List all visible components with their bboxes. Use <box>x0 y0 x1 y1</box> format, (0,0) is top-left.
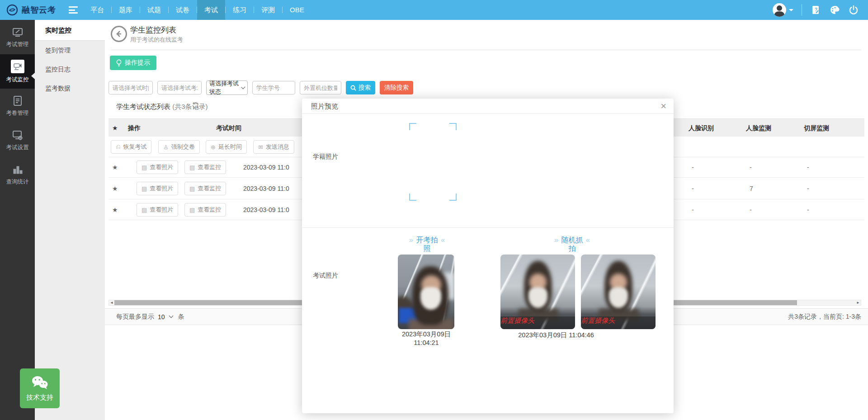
back-button[interactable] <box>111 26 127 42</box>
extend-time-button[interactable]: ⊕延长时间 <box>206 140 247 154</box>
resume-exam-button[interactable]: ⎌恢复考试 <box>111 140 151 154</box>
sidebar-item-exam-management[interactable]: 考试管理 <box>0 20 35 54</box>
per-page-select[interactable]: 10 <box>158 313 173 321</box>
view-monitor-button[interactable]: ▤查看监控 <box>184 203 226 217</box>
sidebar-item-exam-monitoring[interactable]: 考试监控 <box>0 54 35 89</box>
nav-item-evaluation[interactable]: 评测 <box>254 0 282 20</box>
exam-photo-label: 考试照片 <box>313 272 338 280</box>
chevron-down-icon <box>789 9 793 11</box>
menu-toggle-icon[interactable] <box>69 6 78 14</box>
bar-chart-icon <box>12 164 24 175</box>
nav-item-obe[interactable]: OBE <box>283 0 311 20</box>
face-monitor-value: 7 <box>750 178 753 199</box>
nav-item-papers[interactable]: 试卷 <box>169 0 197 20</box>
scroll-right-arrow[interactable]: ► <box>855 300 861 305</box>
resume-icon: ⎌ <box>116 143 120 151</box>
list-icon: ▤ <box>142 207 147 213</box>
help-icon[interactable]: ? <box>810 5 821 15</box>
student-photo-label: 学籍照片 <box>313 153 338 161</box>
star-icon[interactable]: ★ <box>112 178 118 199</box>
sidebar-item-query-statistics[interactable]: 查询统计 <box>0 157 35 192</box>
star-column-header-icon: ★ <box>112 119 118 137</box>
tech-support-label: 技术支持 <box>26 393 53 402</box>
paper-management-icon <box>12 95 24 107</box>
active-item-notch <box>31 72 35 80</box>
col-face-monitor: 人脸监测 <box>746 119 771 137</box>
start-photo-timestamp: 2023年03月09日 11:04:21 <box>395 330 458 347</box>
nav-item-practice[interactable]: 练习 <box>226 0 254 20</box>
refresh-icon[interactable] <box>192 102 199 111</box>
exam-time-value: 2023-03-09 11:0 <box>243 157 307 178</box>
star-icon[interactable]: ★ <box>112 199 118 220</box>
start-exam-webcam-photo[interactable] <box>398 255 454 329</box>
exam-status-select[interactable]: 请选择考试状态 <box>206 80 248 95</box>
deco-right: « <box>584 236 592 244</box>
submenu-item-realtime-monitoring[interactable]: 实时监控 <box>35 20 105 41</box>
theme-palette-icon[interactable] <box>829 5 840 15</box>
student-id-input[interactable] <box>252 81 295 94</box>
brand-logo[interactable]: 融智云考 <box>0 4 56 16</box>
view-photos-button[interactable]: ▤查看照片 <box>137 182 178 195</box>
send-message-button[interactable]: ✉发送消息 <box>253 140 294 154</box>
screen-monitor-value: - <box>807 199 809 220</box>
lightbulb-icon <box>116 59 122 66</box>
logout-power-icon[interactable] <box>848 5 859 15</box>
scroll-left-arrow[interactable]: ◄ <box>109 300 114 305</box>
view-monitor-button[interactable]: ▤查看监控 <box>184 160 226 174</box>
modal-header: 照片预览 × <box>302 99 674 114</box>
wechat-icon <box>31 375 49 391</box>
per-page-prefix: 每页最多显示 <box>116 313 154 321</box>
user-menu[interactable] <box>773 3 793 17</box>
student-photo-placeholder <box>409 123 457 201</box>
view-photos-button[interactable]: ▤查看照片 <box>137 160 178 174</box>
message-icon: ✉ <box>258 144 263 151</box>
nav-item-questions[interactable]: 试题 <box>140 0 168 20</box>
col-screen-monitor: 切屏监测 <box>804 119 829 137</box>
page-title: 学生监控列表 <box>130 25 176 35</box>
nav-item-question-bank[interactable]: 题库 <box>112 0 140 20</box>
screen-monitor-value: - <box>807 178 809 199</box>
filter-bar: 请选择考试状态 搜索 清除搜索 <box>108 80 413 95</box>
brand-name: 融智云考 <box>22 5 56 15</box>
random-snapshot-photo[interactable]: 前置摄像头 <box>581 255 656 329</box>
submenu-item-proctor-data[interactable]: 监考数据 <box>35 79 105 98</box>
face-recognition-value: - <box>692 157 694 178</box>
clock-plus-icon: ⊕ <box>211 144 216 151</box>
clear-search-button[interactable]: 清除搜索 <box>380 81 413 94</box>
view-monitor-button[interactable]: ▤查看监控 <box>184 182 226 195</box>
submenu-item-checkin-management[interactable]: 签到管理 <box>35 41 105 60</box>
exam-management-icon <box>12 26 24 38</box>
exam-time-value: 2023-03-09 11:0 <box>243 178 307 199</box>
start-photo-title: 开考拍照 <box>415 236 439 253</box>
close-icon[interactable]: × <box>660 100 666 113</box>
random-snapshot-photo[interactable]: 前置摄像头 <box>500 255 575 329</box>
exam-time-input[interactable] <box>108 81 153 94</box>
sidebar-item-paper-management[interactable]: 考卷管理 <box>0 89 35 123</box>
external-camera-count-input[interactable] <box>300 81 341 94</box>
search-button[interactable]: 搜索 <box>346 81 375 94</box>
submenu-item-monitoring-log[interactable]: 监控日志 <box>35 60 105 79</box>
deco-left: » <box>552 236 561 244</box>
nav-item-exam[interactable]: 考试 <box>197 0 225 20</box>
face-monitor-value: - <box>750 157 752 178</box>
view-photos-button[interactable]: ▤查看照片 <box>137 203 178 217</box>
list-icon: ▤ <box>142 164 147 171</box>
nav-item-platform[interactable]: 平台 <box>83 0 111 20</box>
list-icon: ▤ <box>189 185 195 192</box>
force-submit-button[interactable]: ♙强制交卷 <box>158 140 200 154</box>
sidebar-item-exam-settings[interactable]: 考试设置 <box>0 123 35 157</box>
top-nav: 平台 题库 试题 试卷 考试 练习 评测 OBE <box>83 0 311 20</box>
face-recognition-value: - <box>692 199 694 220</box>
list-icon: ▤ <box>189 164 195 171</box>
random-photo-timestamp: 2023年03月09日 11:04:46 <box>500 331 613 340</box>
deco-left: » <box>407 236 415 244</box>
per-page-suffix: 条 <box>178 313 184 321</box>
brand-swirl-icon <box>6 4 18 16</box>
tech-support-button[interactable]: 技术支持 <box>20 368 60 408</box>
list-icon: ▤ <box>142 185 147 192</box>
exam-room-input[interactable] <box>157 81 202 94</box>
star-icon[interactable]: ★ <box>112 157 118 178</box>
main-sidebar: 考试管理 考试监控 考卷管理 考试设置 查询统计 <box>0 20 35 420</box>
operation-tips-button[interactable]: 操作提示 <box>110 56 156 70</box>
monitor-camera-icon <box>11 60 24 73</box>
